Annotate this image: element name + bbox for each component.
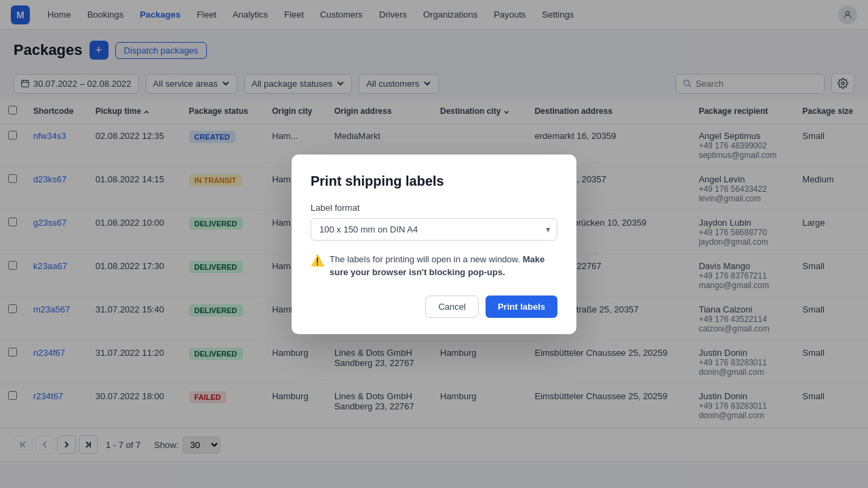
label-format-select[interactable]: 100 x 150 mm on DIN A4 A6 A5	[311, 218, 557, 241]
print-labels-modal: Print shipping labels Label format 100 x…	[292, 155, 576, 334]
modal-title: Print shipping labels	[311, 174, 557, 189]
modal-notice-text: The labels for printing will open in a n…	[330, 253, 557, 279]
modal-actions: Cancel Print labels	[311, 296, 557, 318]
label-format-select-wrap: 100 x 150 mm on DIN A4 A6 A5 ▾	[311, 218, 557, 241]
label-format-label: Label format	[311, 203, 557, 213]
modal-overlay: Print shipping labels Label format 100 x…	[0, 0, 868, 461]
cancel-button[interactable]: Cancel	[425, 296, 478, 318]
print-labels-button[interactable]: Print labels	[486, 296, 557, 318]
warning-icon: ⚠️	[311, 253, 324, 269]
modal-notice: ⚠️ The labels for printing will open in …	[311, 253, 557, 279]
